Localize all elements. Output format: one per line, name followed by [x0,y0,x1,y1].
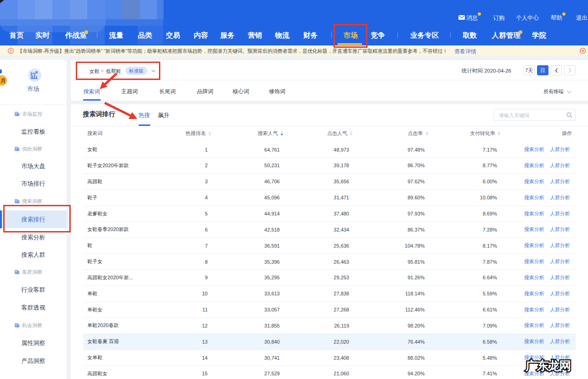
svg-text:广东龙网: 广东龙网 [525,359,571,373]
